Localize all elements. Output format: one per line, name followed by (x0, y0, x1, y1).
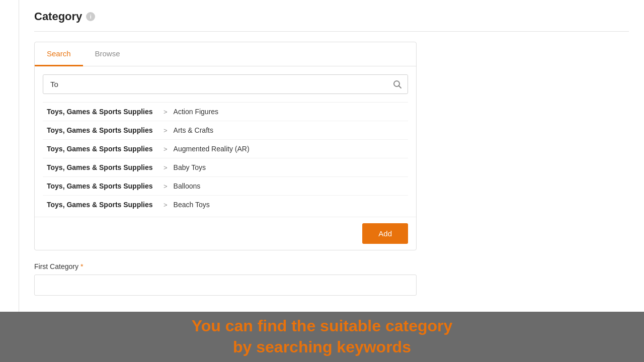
result-parent-label: Toys, Games & Sports Supplies (47, 145, 157, 153)
result-parent-label: Toys, Games & Sports Supplies (47, 182, 157, 190)
result-parent-label: Toys, Games & Sports Supplies (47, 163, 157, 171)
banner-text: You can find the suitable category by se… (192, 316, 453, 357)
result-arrow: > (164, 183, 168, 190)
search-input[interactable] (43, 75, 408, 94)
first-category-label: First Category * (34, 262, 629, 270)
info-icon[interactable]: i (86, 12, 95, 21)
first-category-section: First Category * (34, 262, 629, 296)
result-row[interactable]: Toys, Games & Sports Supplies>Augmented … (43, 140, 408, 158)
result-arrow: > (164, 127, 168, 134)
result-row[interactable]: Toys, Games & Sports Supplies>Arts & Cra… (43, 121, 408, 140)
result-arrow: > (164, 201, 168, 209)
tab-browse[interactable]: Browse (83, 42, 132, 66)
search-icon-button[interactable] (392, 79, 403, 89)
result-parent-label: Toys, Games & Sports Supplies (47, 126, 157, 134)
page-title-text: Category (34, 10, 82, 23)
main-content: Category i Search Browse Toys, Games & S… (19, 0, 644, 312)
page-title-area: Category i (34, 10, 629, 23)
left-sidebar (0, 0, 19, 312)
results-container: Toys, Games & Sports Supplies>Action Fig… (35, 102, 416, 213)
search-input-wrapper (43, 74, 408, 94)
result-child-label: Action Figures (174, 108, 218, 116)
divider (34, 31, 629, 32)
result-parent-label: Toys, Games & Sports Supplies (47, 108, 157, 116)
results-list: Toys, Games & Sports Supplies>Action Fig… (43, 102, 408, 213)
category-card: Search Browse Toys, Games & Sports Suppl… (34, 42, 417, 250)
result-arrow: > (164, 164, 168, 171)
result-row[interactable]: Toys, Games & Sports Supplies>Baby Toys (43, 158, 408, 177)
result-row[interactable]: Toys, Games & Sports Supplies>Balloons (43, 177, 408, 196)
result-arrow: > (164, 108, 168, 116)
tab-bar: Search Browse (35, 42, 416, 66)
required-star: * (80, 262, 83, 270)
search-area (35, 66, 416, 102)
result-child-label: Baby Toys (174, 163, 206, 171)
bottom-banner: You can find the suitable category by se… (0, 312, 644, 362)
result-row[interactable]: Toys, Games & Sports Supplies>Action Fig… (43, 103, 408, 121)
tab-search[interactable]: Search (35, 42, 83, 66)
result-child-label: Balloons (174, 182, 201, 190)
add-button[interactable]: Add (362, 223, 408, 244)
result-child-label: Augmented Reality (AR) (174, 145, 250, 153)
svg-line-1 (399, 85, 401, 88)
result-arrow: > (164, 145, 168, 153)
result-row[interactable]: Toys, Games & Sports Supplies>Beach Toys (43, 196, 408, 213)
result-parent-label: Toys, Games & Sports Supplies (47, 201, 157, 209)
first-category-input[interactable] (34, 275, 417, 296)
result-child-label: Arts & Crafts (174, 126, 213, 134)
card-footer: Add (35, 217, 416, 250)
result-child-label: Beach Toys (174, 201, 210, 209)
